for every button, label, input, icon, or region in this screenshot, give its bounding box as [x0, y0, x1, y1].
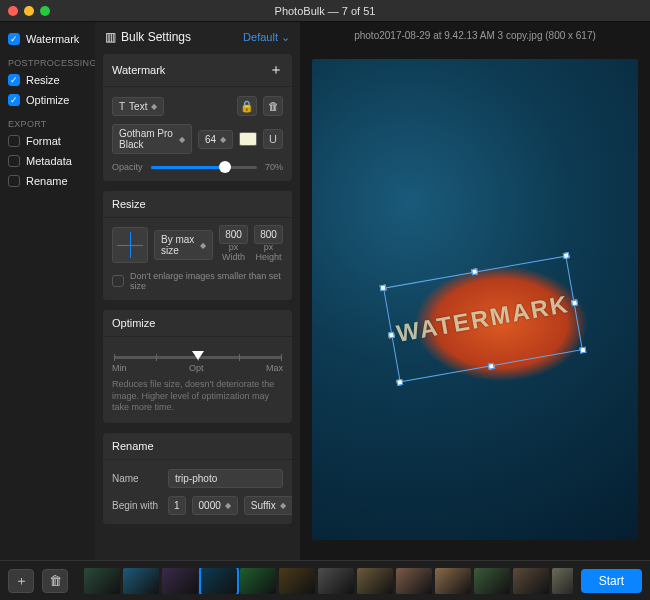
- color-swatch[interactable]: [239, 132, 257, 146]
- panel-title: Rename: [112, 440, 154, 452]
- bulk-settings-icon: ▥: [105, 30, 116, 44]
- sidebar-item-rename[interactable]: Rename: [6, 172, 89, 190]
- thumbnail[interactable]: [162, 568, 198, 594]
- chevron-down-icon: ◆: [280, 501, 286, 510]
- thumbnail[interactable]: [513, 568, 549, 594]
- thumbnail[interactable]: [474, 568, 510, 594]
- resize-anchor-icon[interactable]: [112, 227, 148, 263]
- thumbnail[interactable]: [552, 568, 573, 594]
- dont-enlarge-checkbox[interactable]: [112, 275, 124, 287]
- resize-handle[interactable]: [563, 252, 570, 259]
- preview-filename: photo2017-08-29 at 9.42.13 AM 3 copy.jpg…: [300, 22, 650, 49]
- chevron-down-icon: ◆: [200, 241, 206, 250]
- optimize-hint: Reduces file size, doesn't deteriorate t…: [112, 379, 283, 414]
- resize-handle[interactable]: [580, 346, 587, 353]
- resize-handle[interactable]: [471, 268, 478, 275]
- sidebar-item-optimize[interactable]: ✓ Optimize: [6, 91, 89, 109]
- panel-rename: Rename Name trip-photo Begin with 1 0000…: [103, 433, 292, 524]
- sidebar-item-label: Format: [26, 135, 61, 147]
- slider-thumb[interactable]: [219, 161, 231, 173]
- preview-pane: photo2017-08-29 at 9.42.13 AM 3 copy.jpg…: [300, 22, 650, 560]
- trash-icon[interactable]: 🗑: [263, 96, 283, 116]
- begin-with-label: Begin with: [112, 500, 162, 511]
- checkbox-icon[interactable]: ✓: [8, 33, 20, 45]
- footer: ＋ 🗑 Start: [0, 560, 650, 600]
- font-size-stepper[interactable]: 64◆: [198, 130, 233, 149]
- resize-handle[interactable]: [380, 284, 387, 291]
- panel-title: Watermark: [112, 64, 165, 76]
- lock-icon[interactable]: 🔒: [237, 96, 257, 116]
- resize-handle[interactable]: [388, 331, 395, 338]
- add-button[interactable]: ＋: [8, 569, 34, 593]
- thumbnail[interactable]: [435, 568, 471, 594]
- checkbox-icon[interactable]: [8, 135, 20, 147]
- sidebar-item-format[interactable]: Format: [6, 132, 89, 150]
- settings-title: Bulk Settings: [121, 30, 191, 44]
- position-select[interactable]: Suffix◆: [244, 496, 292, 515]
- panel-title: Resize: [112, 198, 146, 210]
- watermark-text: WATERMARK: [395, 290, 572, 348]
- resize-handle[interactable]: [397, 379, 404, 386]
- thumbnail[interactable]: [318, 568, 354, 594]
- panel-title: Optimize: [112, 317, 155, 329]
- thumbnail[interactable]: [84, 568, 120, 594]
- name-field[interactable]: trip-photo: [168, 469, 283, 488]
- sidebar: ✓ Watermark POSTPROCESSING ✓ Resize ✓ Op…: [0, 22, 95, 560]
- delete-button[interactable]: 🗑: [42, 569, 68, 593]
- thumbnail[interactable]: [123, 568, 159, 594]
- add-watermark-button[interactable]: ＋: [269, 61, 283, 79]
- sidebar-section-postprocessing: POSTPROCESSING: [6, 50, 89, 71]
- opacity-value: 70%: [265, 162, 283, 172]
- stepper-icon: ◆: [220, 135, 226, 144]
- underline-button[interactable]: U: [263, 129, 283, 149]
- start-button[interactable]: Start: [581, 569, 642, 593]
- digits-select[interactable]: 0000◆: [192, 496, 238, 515]
- resize-mode-select[interactable]: By max size◆: [154, 230, 213, 260]
- sidebar-item-watermark[interactable]: ✓ Watermark: [6, 30, 89, 48]
- opacity-slider[interactable]: [151, 166, 257, 169]
- sidebar-item-label: Resize: [26, 74, 60, 86]
- window-controls: [0, 6, 50, 16]
- optimize-max-label: Max: [266, 363, 283, 373]
- sidebar-item-resize[interactable]: ✓ Resize: [6, 71, 89, 89]
- thumbnail[interactable]: [201, 568, 237, 594]
- sidebar-item-metadata[interactable]: Metadata: [6, 152, 89, 170]
- sidebar-section-export: EXPORT: [6, 111, 89, 132]
- close-icon[interactable]: [8, 6, 18, 16]
- sidebar-item-label: Optimize: [26, 94, 69, 106]
- maximize-icon[interactable]: [40, 6, 50, 16]
- chevron-down-icon: ◆: [179, 135, 185, 144]
- preset-dropdown[interactable]: Default ⌄: [243, 31, 290, 44]
- dont-enlarge-label: Don't enlarge images smaller than set si…: [130, 271, 283, 291]
- chevron-down-icon: ◆: [225, 501, 231, 510]
- sidebar-item-label: Rename: [26, 175, 68, 187]
- font-select[interactable]: Gotham Pro Black◆: [112, 124, 192, 154]
- checkbox-icon[interactable]: ✓: [8, 74, 20, 86]
- panel-watermark: Watermark ＋ T Text ◆ 🔒 🗑 Gotham Pro B: [103, 54, 292, 181]
- titlebar: PhotoBulk — 7 of 51: [0, 0, 650, 22]
- opacity-label: Opacity: [112, 162, 143, 172]
- checkbox-icon[interactable]: [8, 175, 20, 187]
- thumbnail[interactable]: [279, 568, 315, 594]
- watermark-overlay[interactable]: WATERMARK: [383, 255, 583, 382]
- optimize-min-label: Min: [112, 363, 127, 373]
- preview-image[interactable]: WATERMARK: [312, 59, 638, 540]
- resize-handle[interactable]: [488, 363, 495, 370]
- minimize-icon[interactable]: [24, 6, 34, 16]
- optimize-opt-label: Opt: [189, 363, 204, 373]
- optimize-slider[interactable]: [114, 356, 281, 359]
- slider-thumb[interactable]: [192, 351, 204, 360]
- checkbox-icon[interactable]: ✓: [8, 94, 20, 106]
- thumbnail[interactable]: [240, 568, 276, 594]
- begin-with-field[interactable]: 1: [168, 496, 186, 515]
- settings-column: ▥ Bulk Settings Default ⌄ Watermark ＋ T …: [95, 22, 300, 560]
- checkbox-icon[interactable]: [8, 155, 20, 167]
- thumbnail[interactable]: [357, 568, 393, 594]
- panel-optimize: Optimize Min Opt Max Reduces file size, …: [103, 310, 292, 423]
- resize-handle[interactable]: [571, 299, 578, 306]
- thumbnail[interactable]: [396, 568, 432, 594]
- chevron-down-icon: ⌄: [281, 31, 290, 43]
- watermark-type-select[interactable]: T Text ◆: [112, 97, 164, 116]
- height-label: Height: [254, 252, 283, 262]
- chevron-down-icon: ◆: [151, 102, 157, 111]
